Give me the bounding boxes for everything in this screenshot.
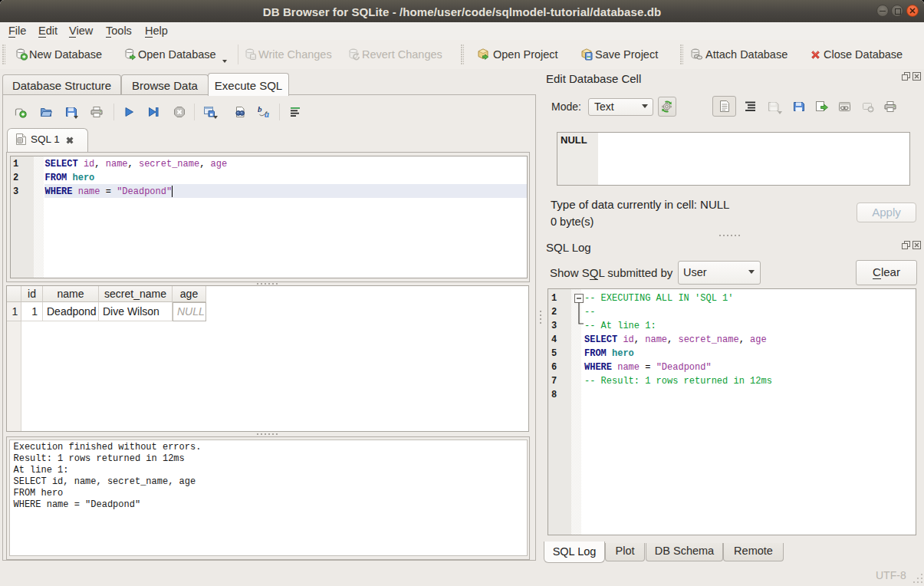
svg-text:b: b [258, 105, 262, 114]
